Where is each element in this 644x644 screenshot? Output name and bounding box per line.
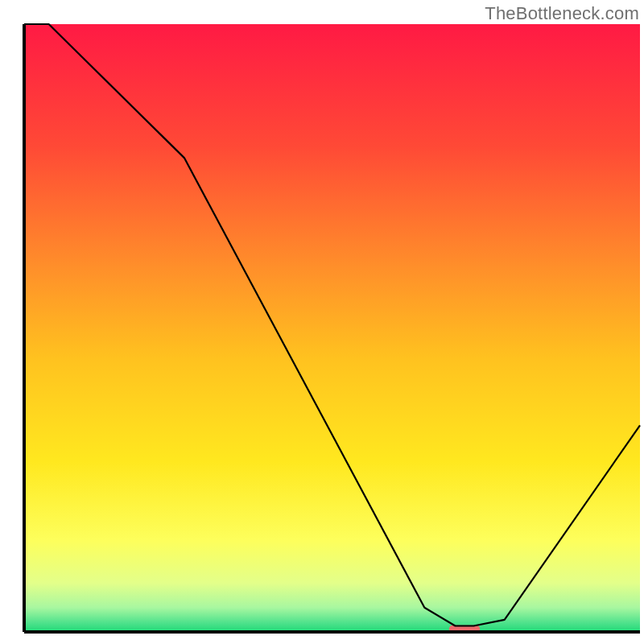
watermark-text: TheBottleneck.com <box>485 3 639 24</box>
gradient-background <box>24 24 640 632</box>
bottleneck-chart <box>0 0 644 644</box>
chart-container: TheBottleneck.com <box>0 0 644 644</box>
